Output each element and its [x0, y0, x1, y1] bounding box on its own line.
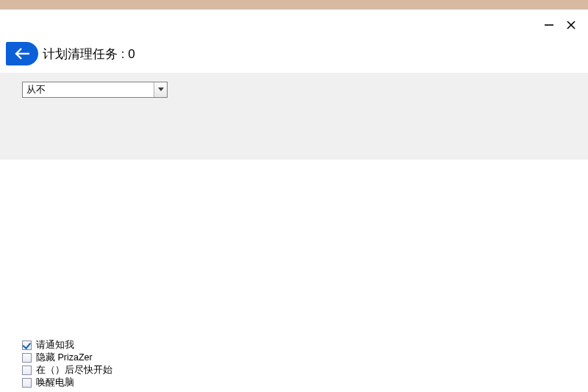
schedule-frequency-select[interactable]: 从不: [22, 82, 168, 98]
titlebar: [0, 10, 588, 40]
chevron-down-icon: [154, 82, 167, 97]
back-button[interactable]: [6, 42, 38, 65]
checkbox[interactable]: [22, 353, 32, 363]
options-group: 请通知我 隐藏 PrizaZer 在（）后尽快开始 唤醒电脑: [22, 339, 112, 389]
app-window: 计划清理任务 : 0 从不 请通知我 隐藏 PrizaZer 在（）后尽快开始: [0, 9, 588, 392]
schedule-panel: 从不: [0, 73, 588, 160]
header-row: 计划清理任务 : 0: [0, 40, 588, 67]
option-notify-me[interactable]: 请通知我: [22, 339, 112, 352]
option-label: 唤醒电脑: [36, 377, 74, 389]
desktop-background: 计划清理任务 : 0 从不 请通知我 隐藏 PrizaZer 在（）后尽快开始: [0, 0, 588, 392]
close-button[interactable]: [560, 14, 582, 36]
option-hide-prizazer[interactable]: 隐藏 PrizaZer: [22, 352, 112, 364]
checkbox[interactable]: [22, 366, 32, 375]
option-label: 请通知我: [36, 339, 74, 352]
svg-marker-4: [158, 88, 164, 91]
minimize-button[interactable]: [538, 14, 560, 36]
schedule-frequency-value: 从不: [26, 83, 46, 96]
arrow-left-icon: [12, 46, 32, 61]
option-label: 在（）后尽快开始: [36, 364, 112, 377]
checkbox[interactable]: [22, 341, 32, 350]
option-start-asap-after[interactable]: 在（）后尽快开始: [22, 364, 112, 377]
option-label: 隐藏 PrizaZer: [36, 352, 93, 364]
checkbox[interactable]: [22, 378, 32, 388]
option-wake-computer[interactable]: 唤醒电脑: [22, 377, 112, 389]
page-title: 计划清理任务 : 0: [43, 46, 135, 63]
